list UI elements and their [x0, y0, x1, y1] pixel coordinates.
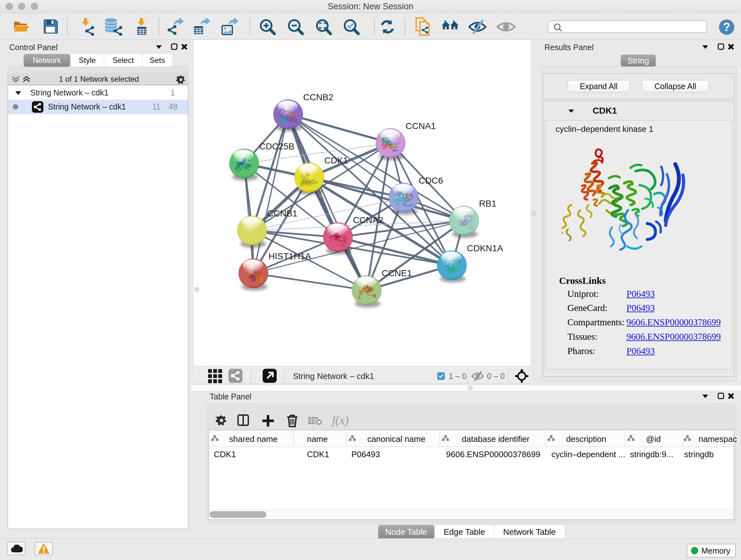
svg-text:CDC6: CDC6: [419, 176, 443, 186]
svg-text:CCNB1: CCNB1: [267, 208, 297, 219]
svg-text:CDC25B: CDC25B: [259, 141, 294, 151]
svg-text:CDKN1A: CDKN1A: [467, 243, 503, 253]
svg-text:CCNE1: CCNE1: [382, 268, 412, 278]
svg-text:CCNA1: CCNA1: [406, 121, 436, 131]
svg-text:CCNB2: CCNB2: [303, 92, 333, 102]
svg-text:CCNA2: CCNA2: [353, 215, 383, 225]
svg-text:HIST1H1A: HIST1H1A: [268, 251, 311, 261]
svg-text:RB1: RB1: [479, 199, 496, 208]
svg-text:CDK1: CDK1: [324, 155, 348, 165]
